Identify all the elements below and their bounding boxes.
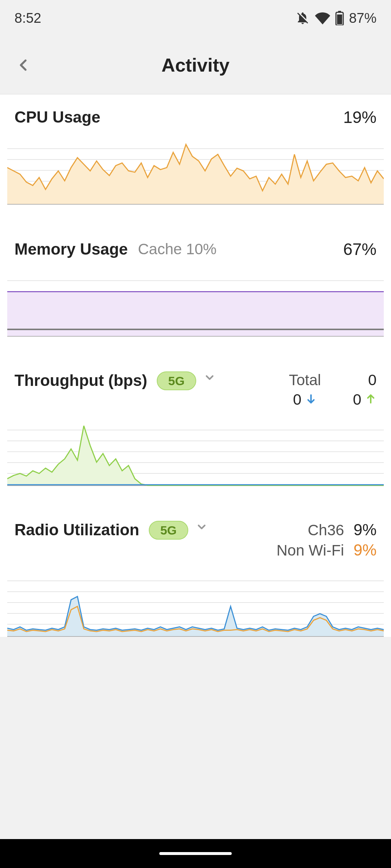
radio-nonwifi-label: Non Wi-Fi bbox=[277, 542, 344, 559]
throughput-band-selector[interactable]: 5G bbox=[157, 371, 196, 390]
memory-value: 67% bbox=[343, 239, 377, 259]
radio-band-selector[interactable]: 5G bbox=[149, 521, 188, 540]
radio-chart bbox=[0, 570, 391, 637]
cpu-value: 19% bbox=[343, 107, 377, 127]
activity-content: CPU Usage 19% Memory Usage Cache 10% 67%… bbox=[0, 94, 391, 637]
app-header: Activity bbox=[0, 36, 391, 94]
arrow-down-icon bbox=[305, 391, 317, 408]
cpu-section: CPU Usage 19% bbox=[0, 94, 391, 205]
empty-space bbox=[0, 648, 391, 839]
radio-ch-value: 9% bbox=[353, 521, 377, 539]
chevron-down-icon[interactable] bbox=[196, 521, 208, 535]
chevron-left-icon bbox=[16, 57, 31, 73]
system-nav-bar bbox=[0, 839, 391, 868]
back-button[interactable] bbox=[11, 52, 36, 78]
page-title: Activity bbox=[161, 54, 230, 76]
memory-label: Memory Usage bbox=[14, 240, 128, 258]
throughput-total-label: Total bbox=[289, 371, 321, 389]
memory-cache-label: Cache 10% bbox=[138, 241, 216, 258]
dnd-off-icon bbox=[295, 11, 310, 25]
memory-section: Memory Usage Cache 10% 67% bbox=[0, 226, 391, 337]
chevron-down-icon[interactable] bbox=[203, 371, 216, 385]
cpu-chart bbox=[0, 138, 391, 205]
throughput-label: Throughput (bps) bbox=[14, 371, 147, 390]
wifi-icon bbox=[315, 10, 330, 26]
status-right: 87% bbox=[295, 10, 377, 26]
radio-ch-label: Ch36 bbox=[308, 522, 344, 539]
throughput-chart bbox=[0, 419, 391, 486]
throughput-up-value: 0 bbox=[353, 391, 361, 408]
status-time: 8:52 bbox=[14, 10, 41, 26]
status-battery-text: 87% bbox=[349, 10, 377, 26]
status-bar: 8:52 87% bbox=[0, 0, 391, 36]
radio-section: Radio Utilization 5G Ch36 9% Non Wi-Fi 9… bbox=[0, 508, 391, 637]
arrow-up-icon bbox=[365, 391, 377, 408]
svg-rect-2 bbox=[337, 14, 342, 24]
radio-label: Radio Utilization bbox=[14, 521, 139, 539]
radio-nonwifi-value: 9% bbox=[353, 541, 377, 559]
cpu-label: CPU Usage bbox=[14, 108, 100, 126]
throughput-section: Throughput (bps) 5G Total 0 0 bbox=[0, 358, 391, 486]
battery-icon bbox=[335, 11, 344, 25]
home-indicator[interactable] bbox=[159, 852, 232, 855]
memory-chart bbox=[0, 270, 391, 337]
throughput-down-value: 0 bbox=[293, 391, 301, 408]
throughput-total-value: 0 bbox=[368, 371, 377, 389]
